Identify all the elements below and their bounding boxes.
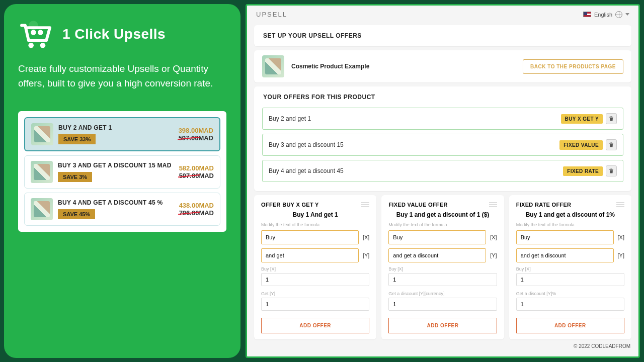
- formula-preview: Buy 1 and get a discount of 1 ($): [388, 211, 497, 218]
- save-badge: SAVE 3%: [58, 172, 92, 182]
- product-thumbnail: [31, 123, 53, 145]
- offer-line[interactable]: Buy 2 and get 1 BUY X GET Y: [262, 108, 623, 130]
- offers-card: YOUR OFFERS FOR THIS PRODUCT Buy 2 and g…: [254, 86, 631, 191]
- promo-panel: 1 Click Upsells Create fully customizabl…: [4, 4, 240, 358]
- product-row: Cosmetic Product Example BACK TO THE PRO…: [254, 50, 631, 82]
- menu-icon[interactable]: [616, 201, 624, 207]
- offer-builder: OFFER BUY X GET Y Buy 1 And get 1 Modify…: [254, 195, 376, 339]
- add-offer-button[interactable]: ADD OFFER: [388, 318, 497, 333]
- var-y: [Y]: [490, 252, 497, 258]
- globe-icon: [615, 11, 622, 18]
- delete-offer-button[interactable]: [606, 165, 617, 176]
- builder-title: FIXED RATE OFFER: [516, 201, 572, 208]
- offers-title: YOUR OFFERS FOR THIS PRODUCT: [254, 86, 631, 108]
- price-new: 582.00MAD: [179, 164, 214, 172]
- num1-label: Buy [X]: [261, 266, 369, 272]
- svg-point-1: [28, 43, 34, 48]
- offer-type-badge: FIXED RATE: [563, 166, 603, 176]
- topbar: UPSELL English: [247, 6, 638, 21]
- buy-quantity-input[interactable]: [388, 273, 497, 286]
- offer-type-badge: FIXED VALUE: [559, 140, 603, 150]
- language-switch[interactable]: English: [583, 11, 629, 18]
- logo-text: 1 Click Upsells: [62, 26, 166, 42]
- trash-icon: [608, 116, 614, 122]
- price-old: 597.00MAD: [179, 172, 214, 179]
- num2-label: Get a discount [Y][currency]: [388, 291, 497, 296]
- offer-builder: FIXED RATE OFFER Buy 1 and get a discoun…: [509, 195, 631, 339]
- var-x: [X]: [618, 234, 624, 240]
- trash-icon: [608, 168, 614, 174]
- menu-icon[interactable]: [489, 201, 497, 207]
- num1-label: Buy [X]: [388, 266, 497, 272]
- preview-offer-card[interactable]: BUY 3 AND GET A DISCOUNT 15 MAD SAVE 3% …: [24, 155, 220, 189]
- num2-label: Get a discount [Y]%: [516, 291, 624, 296]
- offer-label: Buy 2 and get 1: [269, 115, 311, 122]
- formula-field-1[interactable]: [516, 230, 614, 244]
- preview-offer-title: BUY 3 AND GET A DISCOUNT 15 MAD: [58, 162, 174, 169]
- product-thumbnail: [262, 55, 284, 77]
- num1-label: Buy [X]: [516, 266, 624, 272]
- svg-point-3: [31, 30, 36, 35]
- setup-title: SET UP YOUR UPSELL OFFERS: [254, 25, 631, 46]
- offer-line[interactable]: Buy 3 and get a discount 15 FIXED VALUE: [262, 134, 623, 156]
- offer-label: Buy 3 and get a discount 15: [269, 141, 344, 148]
- menu-icon[interactable]: [361, 201, 369, 207]
- builder-title: OFFER BUY X GET Y: [261, 201, 319, 208]
- formula-field-1[interactable]: [261, 230, 359, 244]
- num2-label: Get [Y]: [261, 291, 369, 296]
- trash-icon: [608, 142, 614, 148]
- save-badge: SAVE 45%: [58, 209, 95, 219]
- get-quantity-input[interactable]: [516, 298, 624, 311]
- save-badge: SAVE 33%: [58, 134, 96, 144]
- chevron-down-icon: [625, 13, 629, 16]
- builder-title: FIXED VALUE OFFER: [388, 201, 447, 208]
- delete-offer-button[interactable]: [606, 139, 617, 150]
- back-to-products-button[interactable]: BACK TO THE PRODUCTS PAGE: [523, 59, 623, 74]
- formula-field-1[interactable]: [388, 230, 486, 244]
- add-offer-button[interactable]: ADD OFFER: [516, 318, 624, 333]
- preview-offer-card[interactable]: BUY 4 AND GET A DISCOUNT 45 % SAVE 45% 4…: [24, 193, 220, 226]
- offer-line[interactable]: Buy 4 and get a discount 45 FIXED RATE: [262, 160, 623, 182]
- hint-text: Modify the text of the formula: [261, 222, 369, 227]
- get-quantity-input[interactable]: [261, 298, 369, 311]
- delete-offer-button[interactable]: [606, 113, 617, 124]
- var-y: [Y]: [363, 252, 369, 258]
- formula-preview: Buy 1 And get 1: [261, 211, 369, 218]
- var-y: [Y]: [618, 252, 624, 258]
- add-offer-button[interactable]: ADD OFFER: [261, 318, 369, 333]
- buy-quantity-input[interactable]: [516, 273, 624, 286]
- preview-offer-title: BUY 2 AND GET 1: [58, 124, 174, 131]
- offer-label: Buy 4 and get a discount 45: [269, 167, 344, 174]
- offer-type-badge: BUY X GET Y: [561, 114, 603, 124]
- preview-offer-card[interactable]: BUY 2 AND GET 1 SAVE 33% 398.00MAD 597.0…: [24, 117, 220, 151]
- svg-point-2: [40, 43, 46, 48]
- product-thumbnail: [31, 161, 53, 183]
- price-old: 597.00MAD: [179, 134, 213, 142]
- formula-preview: Buy 1 and get a discount of 1%: [516, 211, 624, 218]
- get-quantity-input[interactable]: [388, 298, 497, 311]
- price-old: 796.00MAD: [179, 209, 214, 217]
- var-x: [X]: [363, 234, 369, 240]
- page-title: UPSELL: [256, 11, 287, 18]
- hint-text: Modify the text of the formula: [388, 222, 497, 227]
- setup-card: SET UP YOUR UPSELL OFFERS: [254, 25, 631, 46]
- hint-text: Modify the text of the formula: [516, 222, 624, 227]
- cart-logo-icon: [18, 19, 53, 49]
- product-thumbnail: [31, 198, 53, 220]
- offers-preview: BUY 2 AND GET 1 SAVE 33% 398.00MAD 597.0…: [18, 111, 226, 232]
- footer-copyright: © 2022 CODLEADFROM: [247, 341, 638, 352]
- svg-point-4: [38, 30, 43, 35]
- price-new: 438.00MAD: [179, 202, 214, 209]
- price-new: 398.00MAD: [179, 127, 213, 134]
- offer-builder: FIXED VALUE OFFER Buy 1 and get a discou…: [381, 195, 504, 339]
- formula-field-2[interactable]: [388, 248, 486, 262]
- tagline: Create fully customizable Upsells or Qua…: [18, 61, 226, 91]
- language-label: English: [594, 12, 612, 18]
- preview-offer-title: BUY 4 AND GET A DISCOUNT 45 %: [58, 199, 174, 206]
- formula-field-2[interactable]: [261, 248, 359, 262]
- app-panel: UPSELL English SET UP YOUR UPSELL OFFERS…: [246, 4, 640, 358]
- formula-field-2[interactable]: [516, 248, 614, 262]
- flag-icon: [583, 12, 591, 17]
- buy-quantity-input[interactable]: [261, 273, 369, 286]
- product-name: Cosmetic Product Example: [291, 63, 369, 70]
